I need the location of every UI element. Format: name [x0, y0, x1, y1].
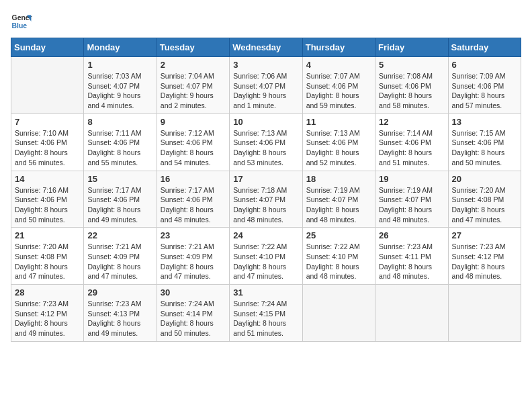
calendar-cell: 5Sunrise: 7:08 AMSunset: 4:06 PMDaylight…	[375, 57, 448, 114]
day-info: Sunrise: 7:10 AMSunset: 4:06 PMDaylight:…	[15, 128, 80, 168]
day-info: Sunrise: 7:22 AMSunset: 4:10 PMDaylight:…	[233, 242, 298, 281]
calendar-cell: 27Sunrise: 7:23 AMSunset: 4:12 PMDayligh…	[448, 228, 521, 285]
day-info: Sunrise: 7:19 AMSunset: 4:07 PMDaylight:…	[379, 185, 444, 225]
day-number: 15	[87, 174, 152, 184]
day-number: 30	[161, 287, 226, 298]
day-number: 3	[233, 60, 298, 70]
day-number: 6	[452, 60, 517, 70]
day-number: 8	[87, 117, 152, 127]
calendar-cell: 2Sunrise: 7:04 AMSunset: 4:07 PMDaylight…	[157, 57, 229, 114]
day-number: 22	[87, 230, 152, 240]
day-number: 14	[15, 174, 80, 184]
day-info: Sunrise: 7:07 AMSunset: 4:06 PMDaylight:…	[306, 71, 371, 111]
day-info: Sunrise: 7:16 AMSunset: 4:06 PMDaylight:…	[15, 185, 80, 225]
calendar-cell: 17Sunrise: 7:18 AMSunset: 4:07 PMDayligh…	[230, 171, 302, 228]
day-number: 26	[379, 230, 444, 240]
day-number: 19	[379, 174, 444, 184]
day-number: 7	[15, 117, 80, 127]
weekday-header-tuesday: Tuesday	[157, 38, 229, 57]
day-number: 27	[452, 230, 517, 240]
day-info: Sunrise: 7:04 AMSunset: 4:07 PMDaylight:…	[161, 71, 226, 111]
calendar-cell: 7Sunrise: 7:10 AMSunset: 4:06 PMDaylight…	[11, 113, 84, 171]
calendar-cell: 29Sunrise: 7:23 AMSunset: 4:13 PMDayligh…	[84, 285, 157, 342]
calendar-cell: 14Sunrise: 7:16 AMSunset: 4:06 PMDayligh…	[11, 171, 84, 228]
calendar-cell: 28Sunrise: 7:23 AMSunset: 4:12 PMDayligh…	[11, 285, 84, 342]
calendar-cell: 1Sunrise: 7:03 AMSunset: 4:07 PMDaylight…	[84, 57, 157, 114]
day-number: 17	[233, 174, 298, 184]
day-info: Sunrise: 7:19 AMSunset: 4:07 PMDaylight:…	[306, 185, 371, 225]
day-info: Sunrise: 7:17 AMSunset: 4:06 PMDaylight:…	[161, 185, 226, 225]
day-info: Sunrise: 7:23 AMSunset: 4:12 PMDaylight:…	[15, 299, 80, 338]
calendar-cell: 31Sunrise: 7:24 AMSunset: 4:15 PMDayligh…	[230, 285, 302, 342]
day-info: Sunrise: 7:06 AMSunset: 4:07 PMDaylight:…	[233, 71, 298, 111]
weekday-header-sunday: Sunday	[11, 38, 84, 57]
day-info: Sunrise: 7:24 AMSunset: 4:14 PMDaylight:…	[161, 299, 226, 338]
page-header: General Blue	[11, 11, 521, 32]
calendar-cell	[302, 285, 375, 342]
calendar-cell: 11Sunrise: 7:13 AMSunset: 4:06 PMDayligh…	[302, 113, 375, 171]
day-info: Sunrise: 7:21 AMSunset: 4:09 PMDaylight:…	[87, 242, 152, 281]
day-info: Sunrise: 7:20 AMSunset: 4:08 PMDaylight:…	[452, 185, 517, 225]
day-info: Sunrise: 7:22 AMSunset: 4:10 PMDaylight:…	[306, 242, 371, 281]
day-info: Sunrise: 7:23 AMSunset: 4:12 PMDaylight:…	[452, 242, 517, 281]
day-number: 28	[15, 287, 80, 298]
day-info: Sunrise: 7:08 AMSunset: 4:06 PMDaylight:…	[379, 71, 444, 111]
calendar-cell	[448, 285, 521, 342]
day-info: Sunrise: 7:12 AMSunset: 4:06 PMDaylight:…	[161, 128, 226, 168]
calendar-cell: 21Sunrise: 7:20 AMSunset: 4:08 PMDayligh…	[11, 228, 84, 285]
weekday-header-thursday: Thursday	[302, 38, 375, 57]
day-number: 5	[379, 60, 444, 70]
day-number: 23	[161, 230, 226, 240]
weekday-header-saturday: Saturday	[448, 38, 521, 57]
calendar-week-4: 21Sunrise: 7:20 AMSunset: 4:08 PMDayligh…	[11, 228, 521, 285]
weekday-header-monday: Monday	[84, 38, 157, 57]
calendar-cell: 19Sunrise: 7:19 AMSunset: 4:07 PMDayligh…	[375, 171, 448, 228]
day-info: Sunrise: 7:03 AMSunset: 4:07 PMDaylight:…	[87, 71, 152, 111]
logo-icon: General Blue	[11, 11, 32, 32]
calendar-cell: 6Sunrise: 7:09 AMSunset: 4:06 PMDaylight…	[448, 57, 521, 114]
calendar-cell	[375, 285, 448, 342]
day-number: 11	[306, 117, 371, 127]
day-number: 16	[161, 174, 226, 184]
calendar-cell: 8Sunrise: 7:11 AMSunset: 4:06 PMDaylight…	[84, 113, 157, 171]
day-number: 9	[161, 117, 226, 127]
calendar-cell: 22Sunrise: 7:21 AMSunset: 4:09 PMDayligh…	[84, 228, 157, 285]
calendar-cell: 13Sunrise: 7:15 AMSunset: 4:06 PMDayligh…	[448, 113, 521, 171]
weekday-header-row: SundayMondayTuesdayWednesdayThursdayFrid…	[11, 38, 521, 57]
calendar-week-2: 7Sunrise: 7:10 AMSunset: 4:06 PMDaylight…	[11, 113, 521, 171]
day-info: Sunrise: 7:17 AMSunset: 4:06 PMDaylight:…	[87, 185, 152, 225]
day-number: 13	[452, 117, 517, 127]
day-info: Sunrise: 7:09 AMSunset: 4:06 PMDaylight:…	[452, 71, 517, 111]
day-number: 24	[233, 230, 298, 240]
day-number: 20	[452, 174, 517, 184]
calendar-table: SundayMondayTuesdayWednesdayThursdayFrid…	[11, 38, 521, 342]
day-number: 4	[306, 60, 371, 70]
day-number: 10	[233, 117, 298, 127]
calendar-cell: 30Sunrise: 7:24 AMSunset: 4:14 PMDayligh…	[157, 285, 229, 342]
day-info: Sunrise: 7:23 AMSunset: 4:11 PMDaylight:…	[379, 242, 444, 281]
day-number: 21	[15, 230, 80, 240]
calendar-cell: 9Sunrise: 7:12 AMSunset: 4:06 PMDaylight…	[157, 113, 229, 171]
calendar-cell: 25Sunrise: 7:22 AMSunset: 4:10 PMDayligh…	[302, 228, 375, 285]
calendar-cell: 16Sunrise: 7:17 AMSunset: 4:06 PMDayligh…	[157, 171, 229, 228]
calendar-cell: 23Sunrise: 7:21 AMSunset: 4:09 PMDayligh…	[157, 228, 229, 285]
calendar-cell: 4Sunrise: 7:07 AMSunset: 4:06 PMDaylight…	[302, 57, 375, 114]
calendar-cell: 12Sunrise: 7:14 AMSunset: 4:06 PMDayligh…	[375, 113, 448, 171]
day-info: Sunrise: 7:11 AMSunset: 4:06 PMDaylight:…	[87, 128, 152, 168]
day-number: 18	[306, 174, 371, 184]
logo: General Blue	[11, 11, 32, 32]
calendar-cell: 20Sunrise: 7:20 AMSunset: 4:08 PMDayligh…	[448, 171, 521, 228]
day-number: 25	[306, 230, 371, 240]
day-number: 1	[87, 60, 152, 70]
calendar-cell: 26Sunrise: 7:23 AMSunset: 4:11 PMDayligh…	[375, 228, 448, 285]
calendar-cell	[11, 57, 84, 114]
day-number: 12	[379, 117, 444, 127]
svg-text:Blue: Blue	[12, 22, 28, 30]
day-number: 31	[233, 287, 298, 298]
weekday-header-wednesday: Wednesday	[230, 38, 302, 57]
day-info: Sunrise: 7:13 AMSunset: 4:06 PMDaylight:…	[306, 128, 371, 168]
day-info: Sunrise: 7:13 AMSunset: 4:06 PMDaylight:…	[233, 128, 298, 168]
calendar-week-3: 14Sunrise: 7:16 AMSunset: 4:06 PMDayligh…	[11, 171, 521, 228]
calendar-cell: 3Sunrise: 7:06 AMSunset: 4:07 PMDaylight…	[230, 57, 302, 114]
day-number: 2	[161, 60, 226, 70]
